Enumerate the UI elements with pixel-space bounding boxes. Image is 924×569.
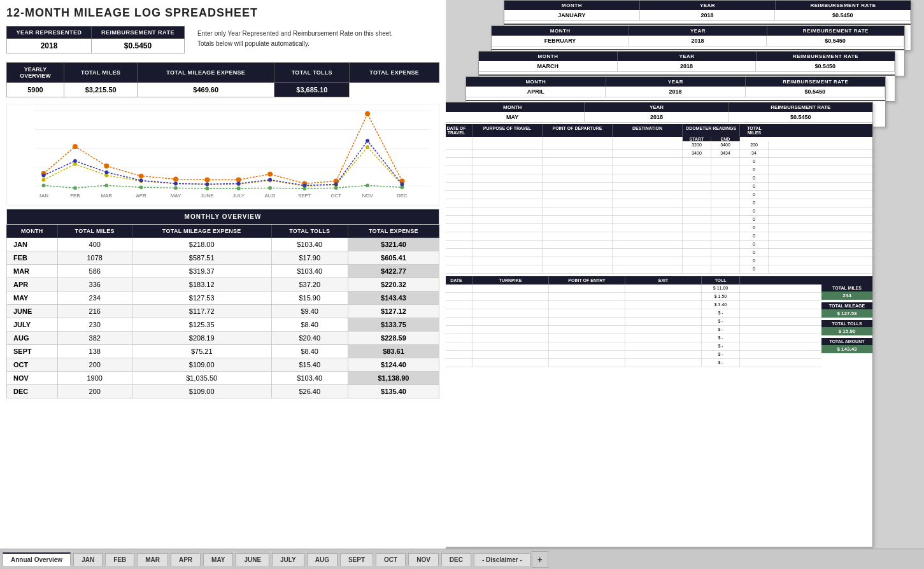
- svg-text:SEPT: SEPT: [298, 193, 311, 199]
- monthly-cell-7-2: $208.19: [132, 332, 271, 345]
- tab-july[interactable]: JULY: [272, 553, 304, 566]
- monthly-row: JAN400$218.00$103.40$321.40: [7, 238, 439, 251]
- tab-june[interactable]: JUNE: [236, 553, 269, 566]
- svg-text:JULY: JULY: [232, 193, 245, 199]
- travel-data-row: 0: [446, 158, 872, 166]
- tab-may[interactable]: MAY: [203, 553, 233, 566]
- may-month-label: MONTH: [446, 102, 585, 112]
- add-tab-button[interactable]: +: [532, 551, 548, 568]
- may-header-values: MAY 2018 $0.5450: [446, 112, 872, 123]
- yearly-label: YEARLY OVERVIEW: [7, 63, 64, 83]
- svg-text:APR: APR: [136, 193, 147, 199]
- monthly-cell-1-2: $587.51: [132, 251, 271, 265]
- miles-col-header: TOTAL MILES: [57, 225, 132, 238]
- monthly-cell-0-0: JAN: [7, 238, 58, 251]
- svg-point-29: [42, 178, 46, 182]
- travel-data-row: 0: [446, 241, 872, 249]
- monthly-cell-6-4: $133.75: [348, 318, 439, 332]
- total-miles-summary-label: TOTAL MILES: [821, 284, 872, 292]
- tab-annual-overview[interactable]: Annual Overview: [3, 552, 71, 566]
- monthly-cell-8-2: $75.21: [132, 345, 271, 358]
- total-expense-header: TOTAL EXPENSE: [350, 63, 439, 83]
- svg-point-27: [365, 111, 370, 116]
- chart-area: JAN FEB MAR APR MAY JUNE JULY AUG SEPT O…: [6, 104, 439, 206]
- may-month-value: MAY: [446, 112, 585, 123]
- tab-apr[interactable]: APR: [171, 553, 201, 566]
- toll-data-row: $ 11.00: [446, 284, 821, 293]
- monthly-overview-table: MONTHLY OVERVIEW MONTH TOTAL MILES TOTAL…: [6, 209, 439, 398]
- toll-data-row: $ -: [446, 309, 821, 318]
- left-panel: 12-MONTH MILEAGE LOG SPREADSHEET YEAR RE…: [0, 0, 446, 549]
- monthly-cell-7-0: AUG: [7, 332, 58, 345]
- monthly-cell-5-0: JUNE: [7, 305, 58, 318]
- svg-point-21: [173, 177, 178, 182]
- monthly-cell-3-1: 336: [57, 278, 132, 292]
- tab-oct[interactable]: OCT: [376, 553, 406, 566]
- start-label: START: [683, 137, 711, 141]
- monthly-cell-8-0: SEPT: [7, 345, 58, 358]
- monthly-row: FEB1078$587.51$17.90$605.41: [7, 251, 439, 265]
- svg-text:NOV: NOV: [362, 193, 374, 199]
- tab-mar[interactable]: MAR: [137, 553, 168, 566]
- total-tolls-header: TOTAL TOLLS: [274, 63, 350, 83]
- svg-text:MAR: MAR: [101, 193, 113, 199]
- tab-dec[interactable]: DEC: [441, 553, 471, 566]
- monthly-cell-10-1: 1900: [57, 372, 132, 385]
- tab-aug[interactable]: AUG: [307, 553, 338, 566]
- monthly-cell-3-3: $37.20: [271, 278, 348, 292]
- svg-point-64: [400, 182, 404, 186]
- monthly-row: MAY234$127.53$15.90$143.43: [7, 292, 439, 305]
- total-miles-header: TOTAL MILES: [64, 63, 138, 83]
- total-mileage-summary-label: TOTAL MILEAGE: [821, 302, 872, 309]
- svg-point-20: [139, 174, 144, 179]
- travel-data-row: 0: [446, 224, 872, 232]
- total-miles-summary-value: 234: [821, 292, 872, 300]
- svg-point-63: [366, 139, 369, 143]
- monthly-row: AUG382$208.19$20.40$228.59: [7, 332, 439, 345]
- monthly-cell-10-3: $103.40: [271, 372, 348, 385]
- tab---disclaimer--[interactable]: - Disclaimer -: [474, 553, 530, 566]
- total-miles-label: TOTAL MILES: [740, 124, 769, 137]
- monthly-row: APR336$183.12$37.20$220.32: [7, 278, 439, 292]
- mileage-col-header: TOTAL MILEAGE EXPENSE: [132, 225, 271, 238]
- destination-label: DESTINATION: [613, 124, 683, 137]
- monthly-cell-1-1: 1078: [57, 251, 132, 265]
- rate-header: REIMBURSEMENT RATE: [91, 27, 184, 39]
- yearly-overview-table: YEARLY OVERVIEW TOTAL MILES TOTAL MILEAG…: [6, 62, 439, 97]
- travel-data-row: 0: [446, 174, 872, 183]
- svg-point-48: [268, 186, 272, 190]
- svg-point-54: [73, 159, 77, 163]
- svg-point-53: [42, 174, 46, 178]
- page-title: 12-MONTH MILEAGE LOG SPREADSHEET: [6, 6, 439, 20]
- monthly-cell-9-4: $124.40: [348, 358, 439, 372]
- monthly-cell-4-1: 234: [57, 292, 132, 305]
- tab-nov[interactable]: NOV: [408, 553, 439, 566]
- jan-rate-value: $0.5450: [775, 10, 911, 21]
- right-panel: MONTH YEAR REIMBURSEMENT RATE JANUARY 20…: [446, 0, 924, 549]
- svg-point-59: [237, 181, 241, 185]
- date-of-travel-label: DATE OF TRAVEL: [446, 124, 473, 137]
- svg-point-58: [205, 182, 209, 186]
- odometer-label: ODOMETER READINGS: [683, 124, 740, 137]
- tab-sept[interactable]: SEPT: [340, 553, 373, 566]
- svg-point-56: [139, 179, 143, 183]
- svg-point-18: [73, 144, 78, 149]
- monthly-cell-9-3: $15.40: [271, 358, 348, 372]
- purpose-label: PURPOSE OF TRAVEL: [473, 124, 543, 137]
- svg-point-61: [302, 183, 306, 187]
- tab-jan[interactable]: JAN: [73, 553, 103, 566]
- odometer-subheader: START END: [446, 137, 872, 141]
- svg-text:JUNE: JUNE: [201, 193, 214, 199]
- monthly-cell-4-3: $15.90: [271, 292, 348, 305]
- toll-data-row: $ -: [446, 359, 821, 367]
- monthly-cell-6-3: $8.40: [271, 318, 348, 332]
- monthly-cell-8-1: 138: [57, 345, 132, 358]
- monthly-row: MAR586$319.37$103.40$422.77: [7, 265, 439, 278]
- tab-feb[interactable]: FEB: [105, 553, 134, 566]
- monthly-row: NOV1900$1,035.50$103.40$1,138.90: [7, 372, 439, 385]
- monthly-cell-11-1: 200: [57, 385, 132, 398]
- spreadsheet-area: 12-MONTH MILEAGE LOG SPREADSHEET YEAR RE…: [0, 0, 924, 549]
- monthly-cell-4-2: $127.53: [132, 292, 271, 305]
- toll-and-summary: $ 11.00$ 1.50$ 3.40$ -$ -$ -$ -$ -$ -$ -…: [446, 284, 872, 367]
- monthly-cell-10-4: $1,138.90: [348, 372, 439, 385]
